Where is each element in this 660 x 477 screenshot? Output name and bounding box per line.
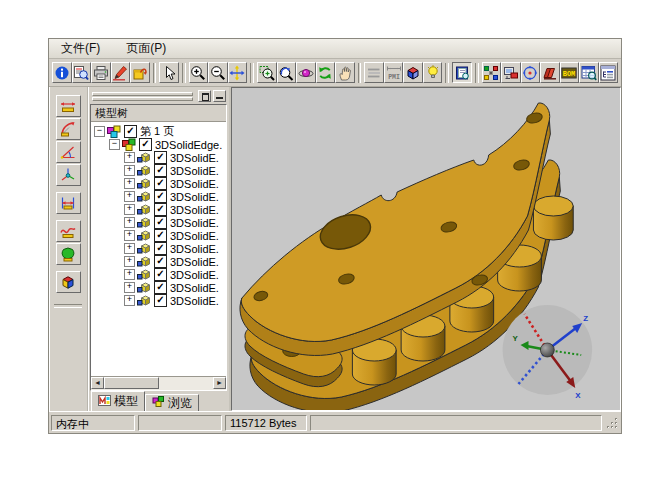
pan-hand-button[interactable] [335, 62, 355, 83]
tree-row[interactable]: +✓3DSolidE. [91, 229, 226, 242]
expand-toggle-icon[interactable]: + [124, 256, 135, 267]
panel-hide-button[interactable] [213, 90, 226, 102]
tree-item-checkbox[interactable]: ✓ [154, 177, 167, 190]
edit-pen-button[interactable] [111, 62, 131, 83]
tree-item-checkbox[interactable]: ✓ [154, 242, 167, 255]
resize-grip[interactable] [605, 416, 619, 430]
bom-button[interactable]: BOM [560, 62, 580, 83]
expand-toggle-icon[interactable]: + [124, 204, 135, 215]
panel-restore-button[interactable] [198, 90, 211, 102]
tab-model[interactable]: 模型 [91, 391, 145, 411]
view-cube-button[interactable] [403, 62, 423, 83]
books-stack-button[interactable] [540, 62, 560, 83]
tree-row[interactable]: +✓3DSolidE. [91, 177, 226, 190]
tree-row[interactable]: +✓3DSolidE. [91, 268, 226, 281]
expand-toggle-icon[interactable]: + [124, 230, 135, 241]
print-button[interactable] [91, 62, 111, 83]
expand-toggle-icon[interactable]: + [124, 178, 135, 189]
tree-item-checkbox[interactable]: ✓ [154, 164, 167, 177]
select-cursor-button[interactable] [159, 62, 179, 83]
scrollbar-track[interactable] [159, 377, 213, 390]
tree-item-checkbox[interactable]: ✓ [124, 125, 137, 138]
axis-gizmo[interactable]: Z X Y [503, 305, 593, 400]
tree-item-checkbox[interactable]: ✓ [139, 138, 152, 151]
tree-row[interactable]: +✓3DSolidE. [91, 281, 226, 294]
tree-row[interactable]: +✓3DSolidE. [91, 203, 226, 216]
tree-row[interactable]: +✓3DSolidE. [91, 164, 226, 177]
scroll-right-icon[interactable]: ► [213, 377, 226, 389]
dim-radius-button[interactable] [56, 118, 81, 140]
expand-toggle-icon[interactable]: + [124, 295, 135, 306]
tree-item-label[interactable]: 3DSolidE. [170, 282, 219, 294]
tree-item-checkbox[interactable]: ✓ [154, 281, 167, 294]
tree-row[interactable]: −✓第 1 页 [91, 125, 226, 138]
zoom-out-button[interactable] [208, 62, 228, 83]
notebook-button[interactable] [452, 62, 472, 83]
component-button[interactable] [501, 62, 521, 83]
tree-row[interactable]: +✓3DSolidE. [91, 294, 226, 307]
tree-hscrollbar[interactable]: ◄ ► [91, 376, 226, 390]
dim-coordinate-button[interactable] [56, 164, 81, 186]
dim-horizontal-button[interactable] [56, 95, 81, 117]
tree-item-label[interactable]: 3DSolidE. [170, 152, 219, 164]
tree-item-label[interactable]: 3DSolidE. [170, 191, 219, 203]
table-search-button[interactable] [579, 62, 599, 83]
tree-item-checkbox[interactable]: ✓ [154, 190, 167, 203]
tab-browse[interactable]: 浏览 [145, 394, 199, 411]
panel-gripper[interactable] [92, 92, 193, 101]
tree-item-checkbox[interactable]: ✓ [154, 203, 167, 216]
expand-toggle-icon[interactable]: + [124, 165, 135, 176]
tree-item-label[interactable]: 3DSolidE. [170, 178, 219, 190]
tree-item-checkbox[interactable]: ✓ [154, 255, 167, 268]
menu-item-file[interactable]: 文件(F) [59, 39, 102, 58]
zoom-in-button[interactable] [189, 62, 209, 83]
tree-item-label[interactable]: 第 1 页 [140, 124, 174, 139]
info-button[interactable] [52, 62, 72, 83]
expand-toggle-icon[interactable]: + [124, 269, 135, 280]
zoom-dynamic-button[interactable] [277, 62, 297, 83]
dim-area-button[interactable] [56, 243, 81, 265]
tree-row[interactable]: +✓3DSolidE. [91, 151, 226, 164]
tree-item-label[interactable]: 3DSolidE. [170, 204, 219, 216]
tree-row[interactable]: +✓3DSolidE. [91, 255, 226, 268]
scroll-left-icon[interactable]: ◄ [91, 377, 104, 389]
rotate-3d-button[interactable] [296, 62, 316, 83]
pmi-button[interactable]: PMI [384, 62, 404, 83]
zoom-window-button[interactable] [257, 62, 277, 83]
light-bulb-button[interactable] [423, 62, 443, 83]
expand-toggle-icon[interactable]: + [124, 191, 135, 202]
dim-distance-button[interactable] [56, 192, 81, 214]
tree-item-label[interactable]: 3DSolidE. [170, 165, 219, 177]
expand-toggle-icon[interactable]: + [124, 282, 135, 293]
dim-angle-button[interactable] [56, 141, 81, 163]
tree-row[interactable]: +✓3DSolidE. [91, 242, 226, 255]
collapse-toggle-icon[interactable]: − [94, 126, 105, 137]
tree-item-label[interactable]: 3DSolidE. [170, 295, 219, 307]
explode-assembly-button[interactable] [482, 62, 502, 83]
expand-toggle-icon[interactable]: + [124, 217, 135, 228]
tree-row[interactable]: +✓3DSolidE. [91, 190, 226, 203]
tree-view-button[interactable] [599, 62, 619, 83]
tree-item-label[interactable]: 3DSolidE. [170, 256, 219, 268]
expand-toggle-icon[interactable]: + [124, 243, 135, 254]
dim-curve-button[interactable] [56, 220, 81, 242]
export-button[interactable] [130, 62, 150, 83]
collapse-toggle-icon[interactable]: − [109, 139, 120, 150]
tree-item-label[interactable]: 3DSolidEdge. [155, 139, 222, 151]
panel-titlebar[interactable] [88, 87, 229, 103]
tree-item-label[interactable]: 3DSolidE. [170, 230, 219, 242]
expand-toggle-icon[interactable]: + [124, 152, 135, 163]
tree-item-checkbox[interactable]: ✓ [154, 216, 167, 229]
pan-arrows-button[interactable] [228, 62, 248, 83]
dim-volume-button[interactable] [56, 271, 81, 293]
tree-item-checkbox[interactable]: ✓ [154, 268, 167, 281]
layers-button[interactable] [364, 62, 384, 83]
tree-item-checkbox[interactable]: ✓ [154, 229, 167, 242]
tree-item-label[interactable]: 3DSolidE. [170, 243, 219, 255]
scrollbar-thumb[interactable] [104, 377, 159, 389]
tree-item-label[interactable]: 3DSolidE. [170, 269, 219, 281]
tree-item-checkbox[interactable]: ✓ [154, 294, 167, 307]
tree-row[interactable]: +✓3DSolidE. [91, 216, 226, 229]
tree-row[interactable]: −✓3DSolidEdge. [91, 138, 226, 151]
viewport-3d-model[interactable]: Z X Y [232, 88, 620, 410]
